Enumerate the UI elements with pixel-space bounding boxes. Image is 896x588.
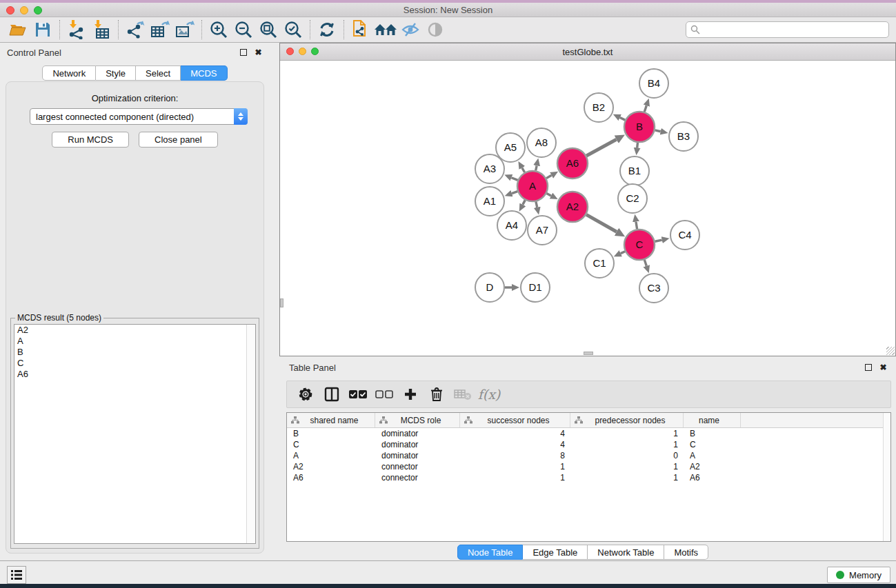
graph-node-D1[interactable]: D1 [521, 273, 550, 302]
export-table-icon[interactable] [148, 19, 172, 40]
show-panel-eye-icon[interactable] [423, 19, 448, 40]
graph-edge-A6-B[interactable] [586, 139, 616, 156]
select-all-icon[interactable] [346, 384, 370, 405]
split-columns-icon[interactable] [320, 384, 344, 405]
table-cell[interactable]: C [684, 439, 741, 450]
graph-node-B4[interactable]: B4 [639, 69, 668, 98]
table-cell[interactable]: 0 [570, 450, 684, 461]
open-folder-icon[interactable] [6, 19, 30, 40]
graph-node-C2[interactable]: C2 [618, 184, 647, 213]
table-cell[interactable]: 1 [570, 428, 684, 439]
table-cell[interactable]: C [287, 439, 375, 450]
tab-mcds[interactable]: MCDS [181, 65, 227, 81]
graph-edge-B-B2[interactable] [620, 118, 626, 121]
graph-edge-B-B3[interactable] [655, 130, 660, 132]
close-panel-button[interactable]: Close panel [139, 132, 218, 148]
close-window-button[interactable] [6, 6, 14, 14]
table-row[interactable]: A6connector11A6 [287, 472, 890, 483]
graph-edge-A-A3[interactable] [512, 178, 518, 181]
graph-node-A1[interactable]: A1 [475, 187, 504, 216]
table-cell[interactable]: 1 [460, 461, 570, 472]
graph-edge-A-A8[interactable] [536, 165, 537, 170]
mcds-result-item[interactable]: B [14, 347, 255, 358]
table-cell[interactable]: A [684, 450, 741, 461]
import-table-icon[interactable] [89, 19, 114, 40]
zoom-network-window-button[interactable] [311, 48, 319, 55]
graph-node-A2[interactable]: A2 [557, 192, 588, 222]
table-cell[interactable]: A [287, 450, 375, 461]
mcds-result-item[interactable]: A [14, 336, 255, 347]
graph-node-A[interactable]: A [517, 171, 548, 201]
list-scrollbar[interactable] [246, 325, 255, 543]
table-cell[interactable]: connector [375, 472, 460, 483]
graph-node-B[interactable]: B [624, 112, 655, 142]
run-mcds-button[interactable]: Run MCDS [52, 132, 129, 148]
graph-edge-A-A2[interactable] [546, 194, 550, 196]
table-cell[interactable]: 1 [570, 461, 684, 472]
tab-node-table[interactable]: Node Table [457, 545, 524, 560]
memory-button[interactable]: Memory [827, 567, 890, 583]
column-header-MCDS-role[interactable]: MCDS role [375, 413, 460, 427]
column-header-successor-nodes[interactable]: successor nodes [460, 413, 570, 427]
mcds-result-item[interactable]: C [14, 358, 255, 369]
table-cell[interactable]: A2 [287, 461, 375, 472]
add-column-icon[interactable] [399, 384, 422, 405]
graph-edge-A-A1[interactable] [512, 192, 517, 194]
graph-node-B3[interactable]: B3 [669, 122, 698, 151]
graph-node-A8[interactable]: A8 [527, 128, 556, 157]
graph-node-C3[interactable]: C3 [639, 274, 668, 303]
home-icon[interactable] [373, 19, 398, 40]
table-row[interactable]: A2connector11A2 [287, 461, 890, 472]
graph-node-B1[interactable]: B1 [620, 156, 649, 185]
graph-edge-A-A4[interactable] [523, 200, 525, 205]
zoom-in-icon[interactable] [206, 19, 231, 40]
deselect-all-icon[interactable] [372, 384, 396, 405]
table-cell[interactable]: B [684, 428, 741, 439]
tab-edge-table[interactable]: Edge Table [523, 545, 588, 560]
zoom-out-icon[interactable] [231, 19, 256, 40]
graph-node-A4[interactable]: A4 [497, 211, 526, 240]
column-header-shared-name[interactable]: shared name [287, 413, 375, 427]
save-floppy-icon[interactable] [30, 19, 55, 40]
table-cell[interactable]: A6 [287, 472, 375, 483]
tab-motifs[interactable]: Motifs [664, 545, 708, 560]
table-cell[interactable]: dominator [375, 450, 460, 461]
network-window-titlebar[interactable]: testGlobe.txt [280, 43, 895, 61]
graph-edge-C-C2[interactable] [636, 222, 637, 230]
graph-node-B2[interactable]: B2 [584, 93, 613, 122]
graph-edge-C-C4[interactable] [655, 240, 661, 241]
table-cell[interactable]: 4 [460, 428, 570, 439]
tab-network-table[interactable]: Network Table [588, 545, 664, 560]
graph-node-A5[interactable]: A5 [496, 133, 525, 162]
graph-edge-C-C1[interactable] [621, 252, 625, 254]
column-header-predecessor-nodes[interactable]: predecessor nodes [570, 413, 684, 427]
graph-node-A7[interactable]: A7 [528, 216, 557, 245]
graph-node-C4[interactable]: C4 [670, 221, 699, 250]
table-row[interactable]: Bdominator41B [287, 428, 890, 439]
import-network-icon[interactable] [64, 19, 89, 40]
window-resize-grip[interactable] [886, 347, 895, 355]
clone-network-icon[interactable] [348, 19, 373, 40]
minimize-window-button[interactable] [20, 6, 28, 14]
table-cell[interactable]: 8 [460, 450, 570, 461]
table-cell[interactable]: 1 [570, 472, 684, 483]
minimize-network-window-button[interactable] [299, 48, 306, 55]
table-cell[interactable]: dominator [375, 428, 460, 439]
close-table-panel-icon[interactable]: ✖ [879, 363, 888, 372]
refresh-icon[interactable] [315, 19, 339, 40]
table-cell[interactable]: 4 [460, 439, 570, 450]
table-cell[interactable]: dominator [375, 439, 460, 450]
graph-node-C[interactable]: C [624, 230, 655, 260]
close-network-window-button[interactable] [286, 48, 294, 55]
zoom-window-button[interactable] [34, 6, 42, 14]
table-row[interactable]: Cdominator41C [287, 439, 890, 450]
table-cell[interactable]: connector [375, 461, 460, 472]
graph-edge-A-A6[interactable] [546, 175, 552, 178]
mcds-result-item[interactable]: A2 [14, 325, 255, 336]
table-row[interactable]: Adominator80A [287, 450, 890, 461]
graph-edge-A2-C[interactable] [586, 214, 617, 232]
zoom-fit-icon[interactable] [256, 19, 281, 40]
graph-node-C1[interactable]: C1 [585, 249, 614, 278]
tab-style[interactable]: Style [96, 65, 136, 81]
graph-edge-B-B4[interactable] [644, 105, 646, 112]
